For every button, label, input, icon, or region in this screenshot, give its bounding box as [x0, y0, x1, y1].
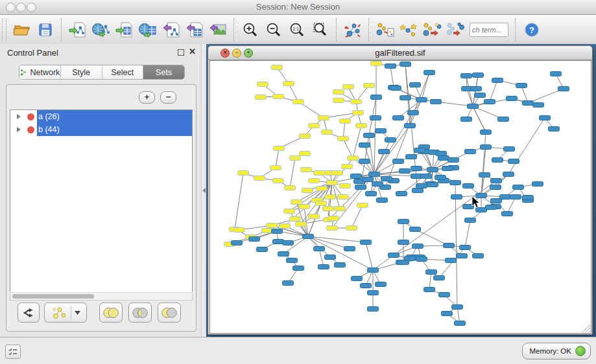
- graph-node[interactable]: [278, 252, 289, 256]
- graph-node[interactable]: [442, 166, 453, 171]
- graph-node[interactable]: [436, 152, 447, 156]
- graph-node[interactable]: [309, 214, 320, 219]
- graph-node[interactable]: [375, 129, 387, 133]
- graph-node[interactable]: [353, 111, 364, 115]
- graph-node[interactable]: [412, 188, 423, 193]
- graph-node[interactable]: [396, 192, 407, 196]
- show-selected-button[interactable]: [420, 18, 444, 41]
- float-panel-icon[interactable]: [178, 49, 184, 56]
- graph-node[interactable]: [421, 174, 432, 179]
- search-input[interactable]: [470, 23, 508, 37]
- graph-node[interactable]: [300, 152, 311, 156]
- graph-node[interactable]: [327, 226, 338, 231]
- graph-node[interactable]: [475, 93, 486, 98]
- toolbar-drag-handle[interactable]: [2, 19, 6, 41]
- graph-node[interactable]: [424, 71, 435, 75]
- import-network-file-button[interactable]: [66, 18, 89, 41]
- graph-node[interactable]: [381, 177, 392, 181]
- graph-node[interactable]: [442, 312, 453, 316]
- graph-node[interactable]: [398, 220, 409, 224]
- graph-node[interactable]: [393, 159, 404, 164]
- graph-node[interactable]: [490, 185, 501, 190]
- graph-node[interactable]: [431, 100, 442, 104]
- graph-node[interactable]: [410, 227, 421, 232]
- graph-node[interactable]: [303, 234, 314, 239]
- zoom-actual-size-button[interactable]: 1:1: [285, 18, 309, 41]
- graph-node[interactable]: [238, 171, 249, 176]
- graph-node[interactable]: [510, 195, 521, 199]
- graph-node[interactable]: [435, 176, 446, 180]
- graph-node[interactable]: [370, 116, 381, 120]
- graph-node[interactable]: [481, 130, 492, 135]
- graph-node[interactable]: [416, 98, 427, 102]
- task-history-button[interactable]: [5, 345, 21, 359]
- graph-node[interactable]: [450, 181, 461, 185]
- graph-node[interactable]: [502, 212, 513, 216]
- graph-node[interactable]: [451, 195, 462, 199]
- graph-node[interactable]: [290, 156, 301, 161]
- graph-node[interactable]: [504, 147, 515, 152]
- graph-node[interactable]: [368, 268, 379, 273]
- graph-node[interactable]: [558, 87, 569, 91]
- import-table-url-button[interactable]: [136, 18, 160, 41]
- graph-node[interactable]: [361, 284, 372, 288]
- graph-node[interactable]: [465, 150, 476, 154]
- graph-node[interactable]: [316, 187, 328, 191]
- graph-node[interactable]: [371, 62, 382, 66]
- import-table-file-button[interactable]: [113, 18, 136, 41]
- graph-node[interactable]: [388, 253, 399, 258]
- graph-node[interactable]: [232, 241, 243, 245]
- graph-node[interactable]: [363, 177, 374, 182]
- graph-node[interactable]: [344, 247, 355, 251]
- graph-node[interactable]: [338, 137, 349, 141]
- graph-node[interactable]: [463, 184, 474, 188]
- graph-node[interactable]: [348, 156, 359, 161]
- graph-node[interactable]: [523, 196, 534, 200]
- graph-node[interactable]: [368, 307, 379, 312]
- graph-node[interactable]: [342, 165, 353, 169]
- graph-node[interactable]: [540, 116, 551, 120]
- graph-node[interactable]: [340, 119, 351, 124]
- graph-node[interactable]: [427, 168, 438, 172]
- graph-node[interactable]: [468, 104, 479, 109]
- graph-node[interactable]: [351, 100, 362, 104]
- graph-node[interactable]: [283, 281, 294, 286]
- open-session-button[interactable]: [10, 18, 34, 41]
- graph-node[interactable]: [234, 228, 245, 233]
- zoom-out-button[interactable]: [262, 18, 285, 41]
- graph-node[interactable]: [405, 124, 416, 128]
- graph-node[interactable]: [479, 173, 490, 177]
- graph-node[interactable]: [293, 100, 304, 104]
- graph-node[interactable]: [366, 192, 377, 196]
- graph-node[interactable]: [492, 158, 503, 163]
- graph-node[interactable]: [508, 159, 519, 164]
- graph-node[interactable]: [267, 223, 278, 228]
- graph-node[interactable]: [257, 82, 268, 87]
- graph-node[interactable]: [323, 207, 334, 211]
- first-neighbors-button[interactable]: [397, 18, 420, 41]
- tab-select[interactable]: Select: [102, 65, 144, 79]
- graph-node[interactable]: [356, 124, 367, 128]
- graph-node[interactable]: [461, 117, 472, 122]
- graph-node[interactable]: [507, 97, 518, 101]
- graph-node[interactable]: [325, 255, 336, 260]
- set-row[interactable]: b (44): [10, 123, 192, 136]
- import-network-url-button[interactable]: [89, 18, 113, 41]
- zoom-in-button[interactable]: [239, 18, 262, 41]
- graph-node[interactable]: [549, 127, 560, 131]
- graph-node[interactable]: [322, 130, 333, 135]
- graph-node[interactable]: [343, 85, 354, 89]
- graph-node[interactable]: [254, 176, 265, 181]
- hide-selected-button[interactable]: [444, 18, 467, 41]
- graph-node[interactable]: [280, 224, 291, 229]
- graph-node[interactable]: [513, 185, 524, 190]
- graph-node[interactable]: [273, 179, 284, 183]
- graph-node[interactable]: [314, 171, 325, 176]
- create-set-from-network-button[interactable]: [44, 302, 87, 323]
- graph-node[interactable]: [335, 207, 346, 211]
- graph-node[interactable]: [371, 95, 382, 100]
- graph-node[interactable]: [352, 277, 363, 281]
- graph-node[interactable]: [492, 78, 503, 83]
- graph-node[interactable]: [473, 73, 484, 78]
- graph-node[interactable]: [473, 254, 484, 258]
